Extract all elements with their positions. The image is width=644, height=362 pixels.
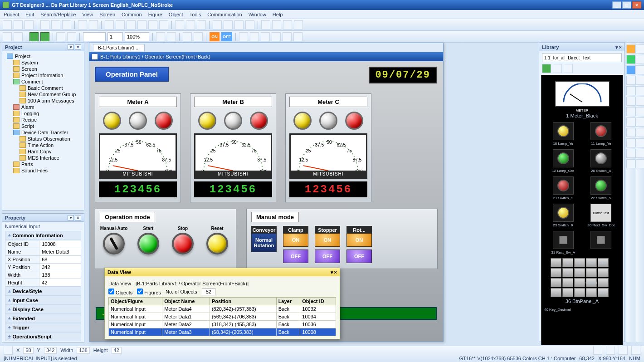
minimize-button[interactable]: _ <box>612 1 621 9</box>
vt2-j[interactable] <box>626 138 635 147</box>
sb-d[interactable] <box>631 346 640 355</box>
lamp-white[interactable] <box>224 112 242 130</box>
vt-a[interactable] <box>635 138 644 147</box>
tb2-k[interactable] <box>283 32 292 41</box>
tree-item[interactable]: 100 Alarm Messages <box>5 98 81 104</box>
panel-close-icon[interactable]: × <box>75 44 81 50</box>
sb-cursor-icon[interactable] <box>4 346 13 355</box>
tree-item[interactable]: Basic Comment <box>5 85 81 91</box>
lib-tool-icon[interactable] <box>553 64 562 73</box>
menu-comm[interactable]: Communication <box>207 12 242 17</box>
prop-section[interactable]: Trigger <box>5 323 81 332</box>
tree-item[interactable]: System <box>5 59 81 66</box>
sb-c[interactable] <box>619 346 628 355</box>
keypad-key[interactable] <box>598 268 609 277</box>
tree-item[interactable]: Logging <box>5 110 81 117</box>
tree-item[interactable]: Project <box>5 53 81 59</box>
tree-item[interactable]: Time Action <box>5 142 81 148</box>
dataview-min[interactable]: ▾ <box>331 269 333 275</box>
panel-pin-icon[interactable]: ▾ <box>68 215 74 220</box>
tb-h[interactable] <box>186 20 195 29</box>
tree-item[interactable]: Parts <box>5 161 81 167</box>
library-dropdown[interactable]: 1 1_for_all_Direct_Text <box>542 53 622 62</box>
vt-b[interactable] <box>635 149 644 158</box>
keypad-key[interactable] <box>598 278 609 287</box>
tb-new[interactable] <box>3 20 12 29</box>
prop-value[interactable]: 138 <box>39 271 81 279</box>
keypad-key[interactable]: 8 <box>562 258 573 267</box>
prop-section[interactable]: Operation/Script <box>5 332 81 341</box>
tb-cut[interactable] <box>40 20 49 29</box>
tb2-h[interactable] <box>250 32 259 41</box>
tb-d[interactable] <box>137 20 146 29</box>
tree-item[interactable]: MES Interface <box>5 155 81 161</box>
lamp-yellow[interactable] <box>293 112 312 130</box>
meter-column[interactable]: Meter B 012.52537.55062.57587.5100MITSUB… <box>190 93 276 202</box>
tree-item[interactable]: Screen <box>5 66 81 72</box>
tb-p[interactable] <box>283 20 292 29</box>
prop-section[interactable]: Extended <box>5 314 81 323</box>
zoom-pct-dropdown[interactable]: 100% <box>125 32 149 41</box>
keypad-key[interactable]: 5 <box>562 268 573 277</box>
tree-item[interactable]: Hard Copy <box>5 148 81 155</box>
digital-readout[interactable]: 123456 <box>194 181 272 197</box>
tb-f[interactable] <box>159 20 168 29</box>
tb-redo[interactable] <box>89 20 98 29</box>
tb2-b[interactable] <box>14 32 23 41</box>
vt2-i[interactable] <box>626 128 635 137</box>
menu-object[interactable]: Object <box>169 12 183 17</box>
vt2-g[interactable] <box>626 107 635 116</box>
keypad-key[interactable]: DEL <box>598 258 609 267</box>
vt2-f[interactable] <box>626 97 635 106</box>
off-button[interactable]: OFF <box>283 250 308 263</box>
prop-value[interactable]: 42 <box>39 279 81 287</box>
tb-m[interactable] <box>245 20 254 29</box>
tb2-f[interactable] <box>194 32 203 41</box>
prop-value[interactable]: Meter Data3 <box>39 248 81 256</box>
vt2-switch-icon[interactable] <box>626 44 635 54</box>
keypad-key[interactable]: 3 <box>574 278 585 287</box>
dataview-close[interactable]: × <box>334 269 337 275</box>
prop-value[interactable]: 68 <box>39 256 81 264</box>
tb2-j[interactable] <box>272 32 281 41</box>
menu-help[interactable]: Help <box>273 12 283 17</box>
tree-item[interactable]: Comment <box>5 78 81 85</box>
keypad-key[interactable] <box>586 268 597 277</box>
analog-gauge[interactable]: 012.52537.55062.57587.5100MITSUBISHI <box>289 133 367 179</box>
menu-tools[interactable]: Tools <box>190 12 201 17</box>
tb2-c[interactable] <box>56 32 65 41</box>
state-on-button[interactable]: ON <box>210 32 220 41</box>
tb2-a[interactable] <box>3 32 12 41</box>
close-button[interactable]: × <box>632 1 641 9</box>
lamp-red[interactable] <box>345 112 363 130</box>
off-button[interactable]: OFF <box>347 250 371 263</box>
op-button-manual-auto[interactable]: Manual-Auto <box>100 226 128 254</box>
prop-section[interactable]: Device/Style <box>5 287 81 296</box>
keypad-key[interactable]: +/- <box>574 288 585 297</box>
tree-item[interactable]: Project Information <box>5 72 81 78</box>
normal-rotation-button[interactable]: Normal Rotation <box>252 234 276 252</box>
on-button[interactable]: ON <box>347 234 371 246</box>
zoom-step-dropdown[interactable]: 1 <box>107 32 123 41</box>
vt2-d[interactable] <box>626 76 635 85</box>
op-button-reset[interactable]: Reset <box>203 226 231 254</box>
panel-pin-icon[interactable]: ▾ <box>68 44 74 50</box>
tree-item[interactable]: Alarm <box>5 104 81 110</box>
on-button[interactable]: ON <box>283 234 308 246</box>
vt2-lamp-icon[interactable] <box>626 55 635 64</box>
state-off-button[interactable]: OFF <box>221 32 232 41</box>
tb2-d[interactable] <box>67 32 76 41</box>
tb2-zoomout[interactable] <box>167 32 176 41</box>
keypad-key[interactable]: 7 <box>551 258 561 267</box>
tree-item[interactable]: Sound Files <box>5 167 81 174</box>
menu-project[interactable]: Project <box>4 12 19 17</box>
menu-edit[interactable]: Edit <box>25 12 34 17</box>
menu-figure[interactable]: Figure <box>148 12 162 17</box>
vt-arc-icon[interactable] <box>635 86 644 95</box>
keypad-key[interactable]: 1 <box>551 278 561 287</box>
tb-i[interactable] <box>197 20 206 29</box>
lamp-red[interactable] <box>155 112 173 130</box>
prop-section-common[interactable]: Common Information <box>5 231 81 240</box>
tb-copy[interactable] <box>51 20 60 29</box>
layer-dropdown[interactable] <box>83 32 106 41</box>
